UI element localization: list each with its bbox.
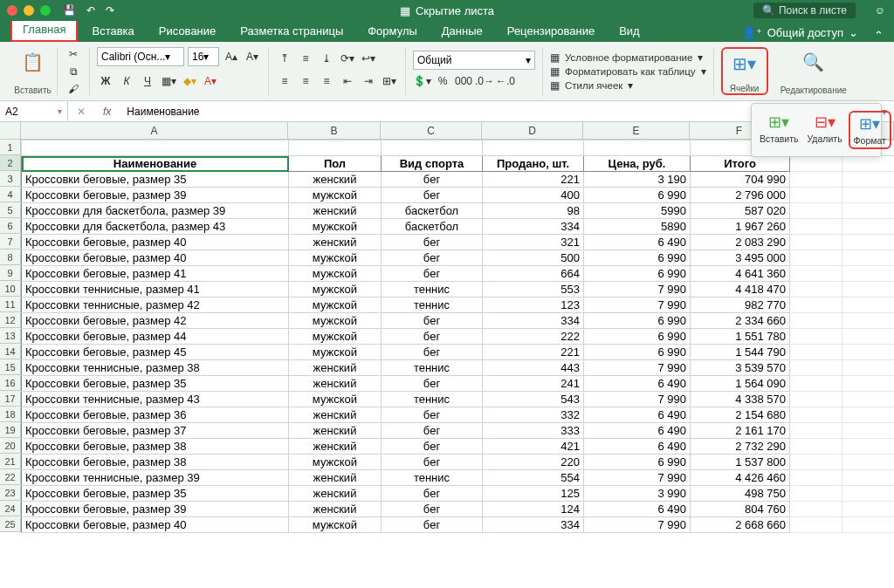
cell[interactable]: 6 990: [584, 188, 691, 203]
cell[interactable]: бег: [382, 345, 483, 360]
table-header-cell[interactable]: Вид спорта: [382, 156, 483, 172]
cell[interactable]: Кроссовки теннисные, размер 43: [22, 392, 289, 407]
spreadsheet-grid[interactable]: ABCDEFGH 1234567891011121314151617181920…: [0, 122, 894, 588]
cell[interactable]: мужской: [289, 455, 382, 470]
cell[interactable]: бег: [382, 455, 483, 470]
cell[interactable]: 321: [483, 235, 584, 250]
cell[interactable]: 1 967 260: [691, 219, 790, 235]
align-middle-icon[interactable]: ≡: [297, 51, 314, 66]
fill-color-button[interactable]: ◆▾: [181, 73, 198, 89]
conditional-format-button[interactable]: ▦ Условное форматирование ▾: [550, 51, 706, 64]
cell[interactable]: бег: [382, 250, 483, 266]
table-header-cell[interactable]: Продано, шт.: [483, 156, 584, 172]
align-right-icon[interactable]: ≡: [318, 73, 335, 89]
cell[interactable]: мужской: [289, 329, 382, 345]
cell[interactable]: Кроссовки беговые, размер 40: [22, 250, 289, 266]
popup-insert[interactable]: ⊞▾ Вставить: [757, 111, 801, 149]
cells-area[interactable]: НаименованиеПолВид спортаПродано, шт.Цен…: [21, 140, 894, 533]
cell[interactable]: 7 990: [584, 360, 691, 376]
decrease-font-icon[interactable]: A▾: [244, 49, 261, 65]
cell[interactable]: бег: [382, 486, 483, 502]
column-header[interactable]: C: [381, 122, 482, 140]
cell[interactable]: 6 490: [584, 423, 691, 439]
column-header[interactable]: A: [21, 122, 288, 140]
cell[interactable]: 4 641 360: [691, 266, 790, 282]
cell[interactable]: 1 564 090: [691, 376, 790, 392]
cell[interactable]: теннис: [382, 282, 483, 297]
cell[interactable]: бег: [382, 439, 483, 455]
cell[interactable]: 804 760: [691, 502, 790, 517]
row-header[interactable]: 23: [0, 485, 21, 501]
share-button[interactable]: 👤⁺ Общий доступ ⌄: [735, 24, 865, 42]
cell[interactable]: Кроссовки беговые, размер 40: [22, 517, 289, 533]
row-header[interactable]: 14: [0, 344, 21, 359]
cell[interactable]: 3 539 570: [691, 360, 790, 376]
cell[interactable]: 4 338 570: [691, 392, 790, 407]
row-header[interactable]: 9: [0, 265, 21, 281]
cell[interactable]: 6 490: [584, 376, 691, 392]
collapse-ribbon-icon[interactable]: ⌃: [874, 29, 884, 42]
redo-icon[interactable]: ↷: [106, 4, 114, 17]
cell[interactable]: Кроссовки для баскетбола, размер 43: [22, 219, 289, 235]
align-bottom-icon[interactable]: ⤓: [318, 51, 335, 66]
cell[interactable]: мужской: [289, 188, 382, 203]
row-header[interactable]: 17: [0, 391, 21, 407]
cell[interactable]: баскетбол: [382, 203, 483, 219]
cell[interactable]: 553: [483, 282, 584, 297]
merge-icon[interactable]: ⊞▾: [381, 73, 398, 89]
increase-indent-icon[interactable]: ⇥: [360, 73, 377, 89]
cell[interactable]: Кроссовки беговые, размер 35: [22, 376, 289, 392]
cell[interactable]: 334: [483, 517, 584, 533]
cell[interactable]: 6 490: [584, 235, 691, 250]
cell[interactable]: бег: [382, 235, 483, 250]
row-header[interactable]: 5: [0, 202, 21, 218]
format-as-table-button[interactable]: ▦ Форматировать как таблицу ▾: [550, 65, 706, 78]
cell[interactable]: 1 544 790: [691, 345, 790, 360]
cell[interactable]: бег: [382, 502, 483, 517]
cell[interactable]: женский: [289, 407, 382, 423]
align-top-icon[interactable]: ⤒: [276, 51, 293, 66]
cell[interactable]: женский: [289, 486, 382, 502]
cell[interactable]: 98: [483, 203, 584, 219]
row-header[interactable]: 8: [0, 250, 21, 265]
cell[interactable]: 7 990: [584, 470, 691, 486]
cell[interactable]: Кроссовки беговые, размер 38: [22, 455, 289, 470]
cells-group[interactable]: ⊞▾ Ячейки: [721, 47, 768, 95]
cell[interactable]: 2 796 000: [691, 188, 790, 203]
tab-insert[interactable]: Вставка: [81, 21, 144, 42]
cell[interactable]: 2 334 660: [691, 313, 790, 329]
row-header[interactable]: 10: [0, 281, 21, 297]
cell[interactable]: мужской: [289, 313, 382, 329]
cell[interactable]: мужской: [289, 266, 382, 282]
cell[interactable]: женский: [289, 203, 382, 219]
cell[interactable]: 2 732 290: [691, 439, 790, 455]
cell[interactable]: 2 154 680: [691, 407, 790, 423]
row-header[interactable]: 4: [0, 187, 21, 202]
cell[interactable]: женский: [289, 470, 382, 486]
cell[interactable]: Кроссовки беговые, размер 39: [22, 188, 289, 203]
row-header[interactable]: 1: [0, 140, 21, 155]
cell[interactable]: бег: [382, 329, 483, 345]
cell[interactable]: Кроссовки беговые, размер 37: [22, 423, 289, 439]
cell[interactable]: 1 551 780: [691, 329, 790, 345]
orientation-icon[interactable]: ⟳▾: [339, 51, 356, 66]
column-header[interactable]: D: [482, 122, 583, 140]
table-header-cell[interactable]: Пол: [289, 156, 382, 172]
cell[interactable]: мужской: [289, 517, 382, 533]
cell[interactable]: 334: [483, 313, 584, 329]
tab-review[interactable]: Рецензирование: [497, 21, 605, 42]
cell[interactable]: 4 418 470: [691, 282, 790, 297]
cell[interactable]: Кроссовки беговые, размер 45: [22, 345, 289, 360]
cell[interactable]: Кроссовки беговые, размер 39: [22, 502, 289, 517]
row-header[interactable]: 24: [0, 501, 21, 516]
format-painter-icon[interactable]: 🖌︎: [65, 82, 82, 96]
cell[interactable]: мужской: [289, 297, 382, 313]
cell[interactable]: женский: [289, 376, 382, 392]
cell[interactable]: 221: [483, 172, 584, 188]
cell[interactable]: мужской: [289, 392, 382, 407]
cell[interactable]: 664: [483, 266, 584, 282]
cell[interactable]: 7 990: [584, 517, 691, 533]
cell[interactable]: 3 190: [584, 172, 691, 188]
cell[interactable]: 982 770: [691, 297, 790, 313]
cell[interactable]: 6 990: [584, 266, 691, 282]
